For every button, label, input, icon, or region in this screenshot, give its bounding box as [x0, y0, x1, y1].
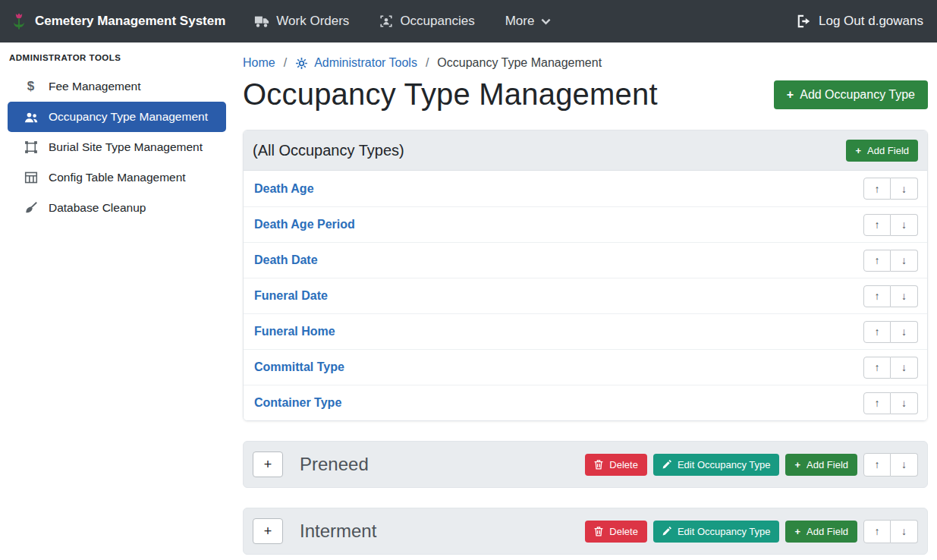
panel-actions: Delete Edit Occupancy Type + Add Field ↑ [585, 453, 918, 477]
field-row: Funeral Home ↑ ↓ [244, 313, 927, 349]
pencil-icon [662, 460, 671, 469]
expand-button[interactable]: + [253, 518, 283, 544]
move-up-button[interactable]: ↑ [863, 178, 891, 200]
occupancy-type-panel-preneed: + Preneed Delete [243, 441, 928, 488]
move-up-button[interactable]: ↑ [863, 321, 891, 343]
breadcrumb: Home / Administrator Tools / Occupancy T… [243, 42, 928, 71]
edit-occupancy-type-button[interactable]: Edit Occupancy Type [653, 454, 780, 476]
tulip-logo-icon [11, 12, 27, 30]
sidebar-item-label: Fee Management [49, 80, 141, 93]
breadcrumb-admin-tools[interactable]: Administrator Tools [295, 56, 417, 70]
expand-button[interactable]: + [253, 451, 283, 477]
field-link[interactable]: Committal Type [254, 360, 344, 374]
button-label: Add Field [867, 145, 909, 156]
reorder-controls: ↑ ↓ [863, 453, 918, 477]
panel-title: Interment [300, 521, 376, 542]
reorder-controls: ↑ ↓ [863, 357, 918, 379]
field-row: Death Age ↑ ↓ [244, 171, 927, 206]
add-field-button[interactable]: + Add Field [785, 454, 857, 476]
breadcrumb-separator: / [426, 56, 429, 70]
title-row: Occupancy Type Management + Add Occupanc… [243, 77, 928, 112]
vector-square-icon [23, 140, 39, 154]
button-label: Delete [609, 459, 638, 470]
reorder-controls: ↑ ↓ [863, 250, 918, 272]
users-icon [23, 111, 39, 124]
breadcrumb-separator: / [284, 56, 287, 70]
breadcrumb-home[interactable]: Home [243, 56, 275, 70]
pencil-icon [662, 527, 671, 536]
trash-icon [594, 460, 603, 470]
broom-icon [23, 202, 39, 215]
sidebar-item-fee-management[interactable]: $ Fee Management [0, 71, 234, 102]
move-down-button[interactable]: ↓ [891, 250, 918, 272]
move-up-button[interactable]: ↑ [863, 285, 891, 307]
reorder-controls: ↑ ↓ [863, 321, 918, 343]
move-up-button[interactable]: ↑ [863, 392, 891, 414]
plus-icon: + [794, 526, 800, 537]
panel-actions: Delete Edit Occupancy Type + Add Field ↑ [585, 520, 918, 543]
button-label: Add Field [807, 526, 848, 537]
sidebar: ADMINISTRATOR TOOLS $ Fee Management Occ… [0, 42, 234, 560]
plus-icon: + [855, 145, 861, 156]
trash-icon [594, 527, 603, 536]
move-up-button[interactable]: ↑ [863, 357, 891, 379]
reorder-controls: ↑ ↓ [863, 214, 918, 236]
reorder-controls: ↑ ↓ [863, 520, 918, 543]
plus-icon: + [787, 88, 794, 102]
app-title: Cemetery Management System [35, 14, 225, 29]
nav-label: Work Orders [276, 14, 349, 29]
logout-label: Log Out d.gowans [819, 14, 923, 29]
move-down-button[interactable]: ↓ [891, 214, 918, 236]
main-content: Home / Administrator Tools / Occupancy T… [234, 42, 937, 560]
move-down-button[interactable]: ↓ [891, 392, 918, 414]
move-down-button[interactable]: ↓ [891, 453, 918, 477]
panel-title: Preneed [300, 454, 369, 475]
move-down-button[interactable]: ↓ [891, 520, 918, 543]
top-navbar: Cemetery Management System Work Orders [0, 0, 937, 42]
field-link[interactable]: Container Type [254, 396, 341, 410]
field-row: Committal Type ↑ ↓ [244, 349, 927, 385]
button-label: Add Field [807, 459, 848, 470]
move-up-button[interactable]: ↑ [863, 214, 891, 236]
move-down-button[interactable]: ↓ [891, 178, 918, 200]
button-label: Edit Occupancy Type [678, 526, 771, 537]
field-row: Funeral Date ↑ ↓ [244, 278, 927, 313]
field-link[interactable]: Funeral Date [254, 289, 328, 303]
field-link[interactable]: Death Date [254, 253, 318, 267]
sidebar-item-burial-site-type-management[interactable]: Burial Site Type Management [0, 132, 234, 162]
sidebar-heading: ADMINISTRATOR TOOLS [0, 53, 234, 71]
nav-more[interactable]: More [505, 14, 552, 29]
move-up-button[interactable]: ↑ [863, 250, 891, 272]
sidebar-item-occupancy-type-management[interactable]: Occupancy Type Management [8, 102, 226, 132]
edit-occupancy-type-button[interactable]: Edit Occupancy Type [653, 521, 780, 543]
delete-button[interactable]: Delete [585, 454, 647, 476]
page-title: Occupancy Type Management [243, 77, 658, 112]
app-brand[interactable]: Cemetery Management System [11, 12, 225, 30]
field-link[interactable]: Funeral Home [254, 325, 335, 338]
nav-label: Occupancies [400, 14, 474, 29]
move-down-button[interactable]: ↓ [891, 285, 918, 307]
sidebar-item-config-table-management[interactable]: Config Table Management [0, 162, 234, 193]
nav-occupancies[interactable]: Occupancies [379, 14, 474, 29]
move-down-button[interactable]: ↓ [891, 357, 918, 379]
primary-nav: Work Orders Occupancies More [254, 14, 551, 29]
breadcrumb-label: Administrator Tools [314, 56, 417, 70]
field-row: Death Age Period ↑ ↓ [244, 206, 927, 242]
add-occupancy-type-button[interactable]: + Add Occupancy Type [774, 80, 928, 109]
move-up-button[interactable]: ↑ [863, 453, 891, 477]
move-up-button[interactable]: ↑ [863, 520, 891, 543]
field-link[interactable]: Death Age Period [254, 218, 355, 231]
field-link[interactable]: Death Age [254, 182, 314, 196]
add-field-button[interactable]: + Add Field [785, 521, 857, 543]
sidebar-item-database-cleanup[interactable]: Database Cleanup [0, 193, 234, 223]
nav-work-orders[interactable]: Work Orders [254, 14, 349, 29]
button-label: Delete [609, 526, 638, 537]
add-field-button[interactable]: + Add Field [846, 140, 918, 162]
sidebar-item-label: Database Cleanup [49, 201, 146, 215]
move-down-button[interactable]: ↓ [891, 321, 918, 343]
breadcrumb-current: Occupancy Type Management [437, 56, 602, 70]
logout-button[interactable]: Log Out d.gowans [797, 14, 923, 29]
dollar-icon: $ [23, 79, 39, 94]
button-label: Add Occupancy Type [800, 88, 915, 102]
delete-button[interactable]: Delete [585, 521, 647, 543]
